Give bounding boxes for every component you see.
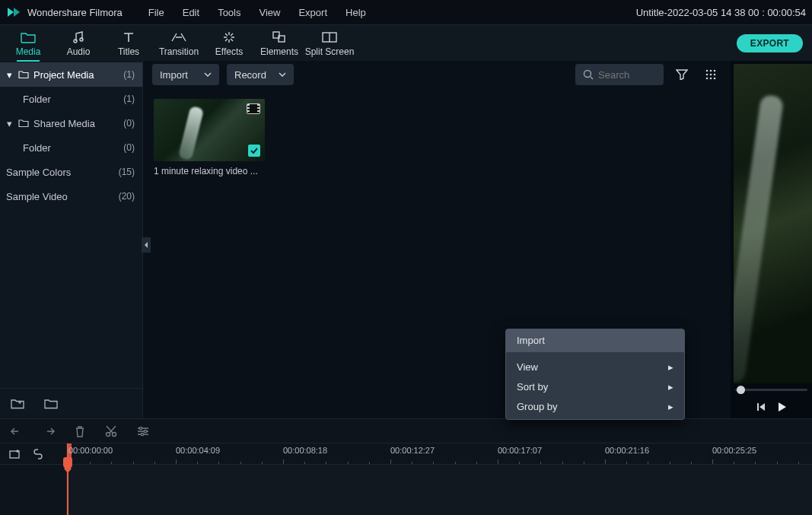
tab-split-screen[interactable]: Split Screen xyxy=(304,25,355,62)
filter-icon[interactable] xyxy=(671,64,693,85)
tab-media[interactable]: Media xyxy=(3,25,53,62)
document-title: Untitle-2022-03-05 14 38 00 : 00:00:54 xyxy=(636,7,806,18)
ruler-tick-label: 00:00:12:27 xyxy=(390,446,435,455)
checkmark-icon xyxy=(248,145,260,157)
cut-icon[interactable] xyxy=(105,425,117,437)
tree-folder-1[interactable]: Folder (1) xyxy=(0,87,142,111)
search-icon xyxy=(583,69,594,80)
chevron-right-icon: ▸ xyxy=(668,381,673,393)
tree-bottom-toolbar xyxy=(0,388,142,418)
media-item[interactable]: 1 minute relaxing video ... xyxy=(154,99,265,176)
link-icon[interactable] xyxy=(32,449,44,459)
music-note-icon xyxy=(72,30,85,45)
timeline-ruler[interactable]: 00:00:00:0000:00:04:0900:00:08:1800:00:1… xyxy=(67,443,812,464)
timeline-track-area[interactable] xyxy=(67,465,812,515)
search-box[interactable] xyxy=(575,64,664,85)
menu-help[interactable]: Help xyxy=(338,4,374,21)
tree-sample-colors[interactable]: Sample Colors (15) xyxy=(0,160,142,184)
shapes-icon xyxy=(272,30,286,45)
svg-point-6 xyxy=(706,70,709,72)
svg-point-10 xyxy=(710,74,712,76)
timeline-tracks xyxy=(0,465,812,515)
ctx-group-by[interactable]: Group by ▸ xyxy=(506,396,684,416)
menu-tools[interactable]: Tools xyxy=(210,4,248,21)
sparkle-icon xyxy=(222,30,236,45)
ctx-sort-by[interactable]: Sort by ▸ xyxy=(506,377,684,396)
svg-point-0 xyxy=(74,40,77,43)
preview-panel xyxy=(731,61,812,418)
video-badge-icon xyxy=(247,103,260,114)
media-tree: ▾ Project Media (1) Folder (1) ▾ Shared … xyxy=(0,61,142,388)
ruler-tick-label: 00:00:25:25 xyxy=(712,446,756,455)
svg-point-13 xyxy=(710,78,712,80)
chevron-down-icon: ▾ xyxy=(5,69,14,81)
grid-view-icon[interactable] xyxy=(700,64,721,85)
delete-icon[interactable] xyxy=(75,425,85,437)
tree-folder-2[interactable]: Folder (0) xyxy=(0,135,142,160)
folder-icon[interactable] xyxy=(44,398,58,409)
preview-canvas[interactable] xyxy=(734,64,812,383)
media-browser-header: Import Record xyxy=(143,61,731,88)
svg-point-16 xyxy=(107,432,110,436)
import-dropdown[interactable]: Import xyxy=(152,64,219,85)
menubar: File Edit Tools View Export Help xyxy=(141,4,374,21)
menu-export[interactable]: Export xyxy=(291,4,335,21)
chevron-right-icon: ▸ xyxy=(668,361,673,373)
undo-icon[interactable] xyxy=(11,426,23,437)
svg-point-18 xyxy=(139,427,142,429)
tree-sample-video[interactable]: Sample Video (20) xyxy=(0,184,142,208)
tab-audio[interactable]: Audio xyxy=(53,25,103,62)
chevron-down-icon xyxy=(279,72,286,77)
ruler-tick-label: 00:00:04:09 xyxy=(176,446,220,455)
ctx-import[interactable]: Import xyxy=(506,329,684,352)
svg-point-5 xyxy=(584,71,591,78)
add-track-icon[interactable] xyxy=(9,449,21,459)
tab-titles[interactable]: Titles xyxy=(103,25,154,62)
svg-point-7 xyxy=(710,70,712,72)
svg-point-8 xyxy=(714,70,716,72)
timeline: 00:00:00:0000:00:04:0900:00:08:1800:00:1… xyxy=(0,418,812,515)
media-thumbnail[interactable] xyxy=(154,99,265,161)
tab-transition[interactable]: Transition xyxy=(154,25,204,62)
redo-icon[interactable] xyxy=(43,426,55,437)
tree-shared-media[interactable]: ▾ Shared Media (0) xyxy=(0,111,142,135)
chevron-down-icon xyxy=(204,72,212,77)
folder-icon xyxy=(17,70,30,79)
export-button[interactable]: EXPORT xyxy=(737,34,803,52)
record-dropdown[interactable]: Record xyxy=(227,64,294,85)
timeline-toolbar xyxy=(0,419,812,443)
preview-seek-slider[interactable] xyxy=(731,383,812,396)
step-back-icon[interactable] xyxy=(756,402,766,412)
tab-effects[interactable]: Effects xyxy=(204,25,254,62)
search-input[interactable] xyxy=(598,69,658,81)
ruler-tick-label: 00:00:00:00 xyxy=(68,446,113,455)
tab-elements[interactable]: Elements xyxy=(254,25,304,62)
svg-point-1 xyxy=(80,38,83,41)
menu-file[interactable]: File xyxy=(141,4,172,21)
chevron-down-icon: ▾ xyxy=(5,118,14,129)
svg-point-12 xyxy=(706,78,709,80)
split-screen-icon xyxy=(322,30,337,45)
tree-project-media[interactable]: ▾ Project Media (1) xyxy=(0,62,142,87)
titlebar: Wondershare Filmora File Edit Tools View… xyxy=(0,0,812,24)
text-icon xyxy=(123,30,135,45)
playhead[interactable] xyxy=(67,443,68,515)
svg-point-14 xyxy=(714,78,716,80)
new-folder-icon[interactable] xyxy=(11,398,24,409)
ruler-tick-label: 00:00:21:16 xyxy=(605,446,649,455)
ctx-view[interactable]: View ▸ xyxy=(506,357,684,377)
media-browser: Import Record 1 minute r xyxy=(143,61,731,418)
play-icon[interactable] xyxy=(778,402,787,412)
tool-tabs: Media Audio Titles Transition Effects El… xyxy=(0,24,812,61)
media-tree-panel: ▾ Project Media (1) Folder (1) ▾ Shared … xyxy=(0,61,143,418)
adjust-icon[interactable] xyxy=(137,426,149,437)
svg-point-19 xyxy=(144,430,146,432)
preview-controls xyxy=(731,396,812,418)
menu-view[interactable]: View xyxy=(251,4,288,21)
ruler-tick-label: 00:00:08:18 xyxy=(283,446,327,455)
context-menu: Import View ▸ Sort by ▸ Group by ▸ xyxy=(505,329,685,420)
collapse-sidebar-handle[interactable] xyxy=(142,237,151,253)
timeline-ruler-controls xyxy=(0,443,67,464)
menu-edit[interactable]: Edit xyxy=(175,4,207,21)
svg-point-11 xyxy=(714,74,716,76)
